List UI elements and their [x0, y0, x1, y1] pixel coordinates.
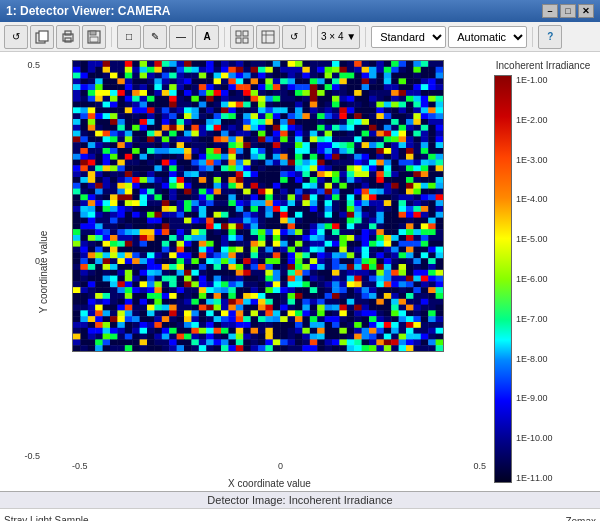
cb-label-2: 1E-2.00 — [516, 115, 553, 125]
svg-rect-1 — [39, 31, 48, 41]
separator-5 — [532, 27, 533, 47]
colorbar-title: Incoherent Irradiance — [494, 60, 592, 71]
heatmap-canvas — [72, 60, 444, 352]
svg-rect-8 — [236, 31, 241, 36]
cb-label-8: 1E-8.00 — [516, 354, 553, 364]
sample-label: Stray Light Sample — [4, 513, 470, 521]
cb-label-1: 1E-1.00 — [516, 75, 553, 85]
separator-2 — [224, 27, 225, 47]
automatic-dropdown[interactable]: Automatic — [448, 26, 527, 48]
line-tool[interactable]: — — [169, 25, 193, 49]
minimize-button[interactable]: – — [542, 4, 558, 18]
window-controls[interactable]: – □ ✕ — [542, 4, 594, 18]
close-button[interactable]: ✕ — [578, 4, 594, 18]
table-button[interactable] — [256, 25, 280, 49]
refresh-button[interactable]: ↺ — [282, 25, 306, 49]
svg-rect-11 — [243, 38, 248, 43]
info-left: Stray Light Sample Detector 8, NSCG Surf… — [4, 513, 470, 521]
cb-label-4: 1E-4.00 — [516, 194, 553, 204]
svg-rect-7 — [90, 37, 98, 42]
cb-label-7: 1E-7.00 — [516, 314, 553, 324]
grid-button[interactable] — [230, 25, 254, 49]
cb-label-6: 1E-6.00 — [516, 274, 553, 284]
save-button[interactable] — [82, 25, 106, 49]
x-axis-ticks: -0.5 0 0.5 — [72, 459, 486, 473]
rectangle-tool[interactable]: □ — [117, 25, 141, 49]
svg-rect-4 — [65, 38, 71, 42]
x-tick-3: 0 — [278, 461, 283, 471]
help-button[interactable]: ? — [538, 25, 562, 49]
colorbar-container: 1E-1.00 1E-2.00 1E-3.00 1E-4.00 1E-5.00 … — [494, 75, 553, 483]
colorbar-labels: 1E-1.00 1E-2.00 1E-3.00 1E-4.00 1E-5.00 … — [516, 75, 553, 483]
y-tick-1: 0.5 — [27, 60, 40, 70]
x-tick-5: 0.5 — [473, 461, 486, 471]
separator-3 — [311, 27, 312, 47]
separator-1 — [111, 27, 112, 47]
plot-area: Y coordinate value 0.5 0 -0.5 -0.5 0 0.5… — [0, 52, 490, 491]
cb-label-9: 1E-9.00 — [516, 393, 553, 403]
svg-rect-10 — [236, 38, 241, 43]
svg-rect-12 — [262, 31, 274, 43]
print-button[interactable] — [56, 25, 80, 49]
reset-button[interactable]: ↺ — [4, 25, 28, 49]
grid-size-button[interactable]: 3 × 4 ▼ — [317, 25, 360, 49]
colorbar-gradient — [494, 75, 512, 483]
colorbar-area: Incoherent Irradiance 1E-1.00 1E-2.00 1E… — [490, 52, 600, 491]
svg-rect-6 — [90, 31, 96, 35]
cb-label-3: 1E-3.00 — [516, 155, 553, 165]
cb-label-11: 1E-11.00 — [516, 473, 553, 483]
info-body: Stray Light Sample Detector 8, NSCG Surf… — [0, 509, 600, 521]
y-tick-5: -0.5 — [24, 451, 40, 461]
text-tool[interactable]: A — [195, 25, 219, 49]
y-tick-3: 0 — [35, 256, 40, 266]
svg-rect-3 — [65, 31, 71, 35]
toolbar: ↺ □ ✎ — A ↺ 3 × 4 ▼ Standard Automatic ? — [0, 22, 600, 52]
separator-4 — [365, 27, 366, 47]
info-right: Zemax OpticStudio 15.5 IS.ZMX Configurat… — [476, 513, 596, 521]
title-bar: 1: Detector Viewer: CAMERA – □ ✕ — [0, 0, 600, 22]
x-axis-label: X coordinate value — [228, 478, 311, 489]
standard-dropdown[interactable]: Standard — [371, 26, 446, 48]
title-text: 1: Detector Viewer: CAMERA — [6, 4, 170, 18]
main-content: Y coordinate value 0.5 0 -0.5 -0.5 0 0.5… — [0, 52, 600, 491]
y-axis-ticks: 0.5 0 -0.5 — [8, 60, 40, 461]
svg-rect-9 — [243, 31, 248, 36]
cb-label-10: 1E-10.00 — [516, 433, 553, 443]
copy-button[interactable] — [30, 25, 54, 49]
info-title: Detector Image: Incoherent Irradiance — [0, 492, 600, 509]
cb-label-5: 1E-5.00 — [516, 234, 553, 244]
maximize-button[interactable]: □ — [560, 4, 576, 18]
x-tick-1: -0.5 — [72, 461, 88, 471]
draw-tool[interactable]: ✎ — [143, 25, 167, 49]
info-panel: Detector Image: Incoherent Irradiance St… — [0, 491, 600, 521]
right-line1: Zemax — [476, 513, 596, 521]
